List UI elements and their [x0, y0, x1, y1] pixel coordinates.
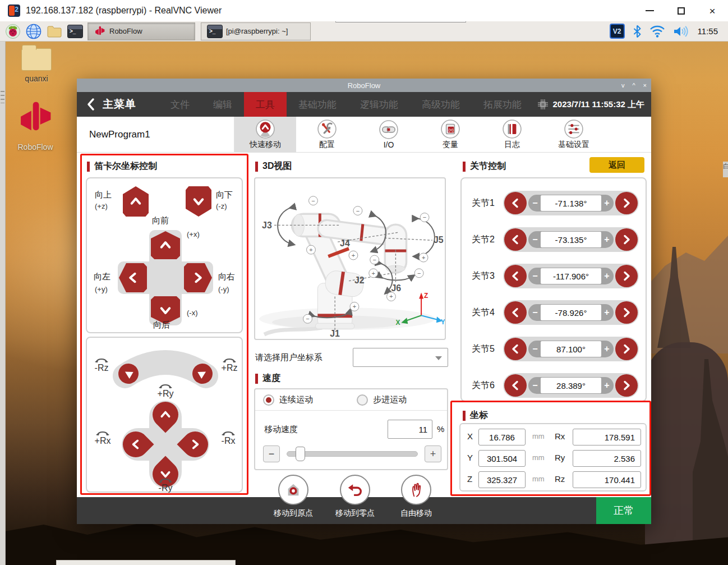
left-edge-panel[interactable]	[0, 42, 6, 565]
joint-jog-left-button[interactable]	[504, 192, 527, 214]
tab-quick-move[interactable]: 快速移动	[234, 117, 296, 153]
menu-item-logic-func[interactable]: 逻辑功能	[348, 92, 410, 117]
menu-item-tools[interactable]: 工具	[244, 92, 287, 117]
joint-plus-button[interactable]: +	[601, 235, 612, 245]
speed-slider-thumb[interactable]	[296, 447, 305, 461]
joint-jog-left-button[interactable]	[504, 338, 527, 360]
view3d-section-header: 3D视图	[255, 160, 292, 172]
joint-jog-right-button[interactable]	[615, 265, 638, 287]
coord-z-input[interactable]: 325.327	[478, 471, 526, 488]
vnc-window-title: 192.168.137.182 (raspberrypi) - RealVNC …	[26, 6, 222, 16]
joint-value[interactable]: -78.926°	[541, 305, 601, 320]
tab-basic-settings[interactable]: 基础设置	[543, 117, 605, 153]
joint-jog-left-button[interactable]	[504, 265, 527, 287]
coord-unit-label: mm	[532, 432, 545, 440]
wifi-icon[interactable]	[649, 25, 665, 38]
tab-variable[interactable]: (x) 变量	[420, 117, 481, 153]
joint-jog-left-button[interactable]	[504, 301, 527, 324]
desktop-icon-quanxi[interactable]: quanxi	[11, 48, 62, 83]
robot-3d-viewport[interactable]: − + − + − + + − − + + − J3 J4 J5	[254, 177, 446, 340]
vnc-server-tray-icon[interactable]: V2	[610, 24, 625, 39]
menu-item-basic-func[interactable]: 基础功能	[287, 92, 348, 117]
taskbar-roboflow-task[interactable]: RoboFlow	[87, 22, 195, 40]
clock-display[interactable]: 11:55	[698, 26, 718, 36]
menu-item-advanced-func[interactable]: 高级功能	[410, 92, 472, 117]
joint-minus-button[interactable]: −	[529, 235, 541, 245]
status-normal-button[interactable]: 正常	[596, 497, 651, 524]
vnc-minimize-button[interactable]	[634, 0, 665, 21]
speed-increase-button[interactable]: +	[425, 445, 441, 462]
web-browser-icon[interactable]	[25, 23, 42, 40]
joint-jog-right-button[interactable]	[615, 301, 638, 324]
menu-item-file[interactable]: 文件	[159, 92, 201, 117]
window-shade-button[interactable]: v	[621, 82, 625, 89]
joint-plus-button[interactable]: +	[601, 271, 612, 281]
window-maximize-button[interactable]: ^	[632, 82, 635, 89]
header-accent-bar	[255, 162, 258, 172]
user-frame-dropdown[interactable]	[353, 348, 448, 367]
volume-icon[interactable]	[673, 25, 689, 38]
joint-value[interactable]: -117.906°	[541, 268, 601, 284]
joint-jog-right-button[interactable]	[615, 228, 638, 251]
coord-x-input[interactable]: 16.786	[478, 429, 526, 445]
joint-jog-right-button[interactable]	[615, 338, 638, 360]
tab-log[interactable]: 日志	[481, 117, 543, 153]
move-up-z-button[interactable]	[123, 186, 149, 217]
return-button[interactable]: 返回	[589, 157, 644, 173]
move-to-zero-button[interactable]	[340, 475, 370, 505]
free-move-button[interactable]	[401, 475, 431, 505]
down-sub-label: (-z)	[216, 202, 227, 210]
menu-item-extend-func[interactable]: 拓展功能	[472, 92, 533, 117]
taskbar-terminal-task[interactable]: >_ [pi@raspberrypi: ~]	[201, 22, 311, 40]
settings-sliders-icon	[564, 120, 583, 139]
joint-jog-right-button[interactable]	[615, 374, 638, 397]
speed-value-input[interactable]: 11	[388, 420, 432, 439]
vnc-close-button[interactable]: ×	[697, 0, 728, 21]
coord-ry-input[interactable]: 2.536	[573, 450, 641, 467]
joint-jog-control: − -71.138° +	[503, 191, 639, 215]
joint-value[interactable]: 28.389°	[541, 378, 601, 393]
coord-y-input[interactable]: 301.504	[478, 450, 526, 467]
vnc-titlebar[interactable]: 192.168.137.182 (raspberrypi) - RealVNC …	[0, 0, 728, 21]
step-motion-radio[interactable]: 步进运动	[357, 394, 407, 406]
joint-minus-button[interactable]: −	[529, 271, 541, 281]
coord-row: Z 325.327 mm Rz 170.441	[460, 471, 646, 488]
joint-minus-button[interactable]: −	[529, 344, 541, 354]
window-close-button[interactable]: ×	[643, 82, 647, 89]
window-titlebar[interactable]: RoboFlow v ^ ×	[77, 79, 651, 92]
bluetooth-icon[interactable]	[633, 25, 642, 38]
joint-jog-left-button[interactable]	[504, 228, 527, 251]
raspberry-menu-icon[interactable]	[4, 23, 21, 40]
variable-icon: (x)	[441, 120, 460, 139]
joint-value[interactable]: 87.100°	[541, 341, 601, 357]
back-main-menu-button[interactable]: 主菜单	[77, 97, 144, 112]
move-to-origin-button[interactable]	[278, 475, 308, 505]
joint-minus-button[interactable]: −	[529, 380, 541, 391]
axis-label-z: Z	[424, 292, 428, 300]
joint-jog-left-button[interactable]	[504, 374, 527, 397]
desktop-icon-roboflow[interactable]: RoboFlow	[10, 99, 61, 151]
tab-config[interactable]: 配置	[296, 117, 358, 153]
speed-slider-track[interactable]	[287, 451, 418, 457]
joint-plus-button[interactable]: +	[601, 380, 612, 391]
tab-label: 基础设置	[558, 140, 589, 150]
joint-value[interactable]: -71.138°	[541, 195, 601, 211]
move-down-z-button[interactable]	[186, 186, 211, 217]
coord-rx-input[interactable]: 178.591	[573, 429, 641, 445]
joint-value[interactable]: -73.135°	[541, 232, 601, 247]
joint-minus-button[interactable]: −	[529, 198, 541, 208]
tab-io[interactable]: I/O	[358, 117, 420, 153]
joint-plus-button[interactable]: +	[601, 344, 612, 354]
speed-decrease-button[interactable]: −	[263, 445, 280, 462]
joint-jog-right-button[interactable]	[615, 192, 638, 214]
menu-item-edit[interactable]: 编辑	[201, 92, 244, 117]
continuous-motion-radio[interactable]: 连续运动	[263, 394, 313, 406]
vnc-maximize-button[interactable]	[665, 0, 697, 21]
task-label: RoboFlow	[109, 27, 142, 35]
joint-plus-button[interactable]: +	[601, 307, 612, 318]
terminal-launcher-icon[interactable]: >_	[67, 23, 84, 40]
coord-rz-input[interactable]: 170.441	[573, 471, 641, 488]
joint-plus-button[interactable]: +	[601, 198, 612, 208]
file-manager-icon[interactable]	[46, 23, 63, 40]
joint-minus-button[interactable]: −	[529, 307, 541, 318]
